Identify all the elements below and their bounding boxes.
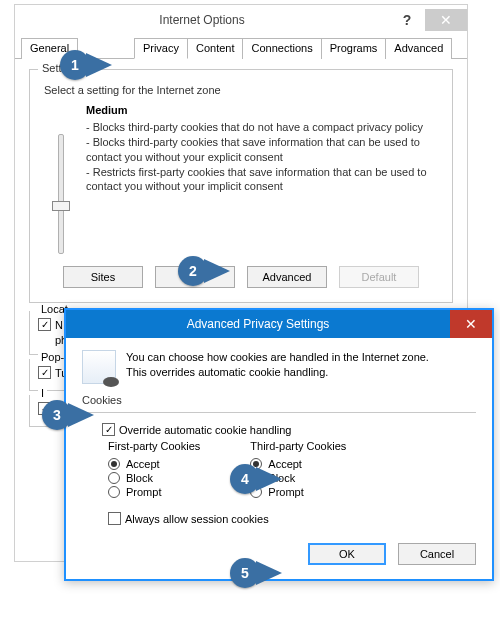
window-title: Internet Options	[15, 13, 389, 27]
callout-1: 1	[60, 50, 112, 80]
tab-privacy[interactable]: Privacy	[134, 38, 188, 59]
callout-5: 5	[230, 558, 282, 588]
slider-thumb[interactable]	[52, 201, 70, 211]
tab-programs[interactable]: Programs	[321, 38, 387, 59]
tab-connections[interactable]: Connections	[242, 38, 321, 59]
cancel-button[interactable]: Cancel	[398, 543, 476, 565]
inprivate-legend: I	[38, 387, 47, 399]
first-block-radio[interactable]: Block	[108, 472, 200, 484]
override-label: Override automatic cookie handling	[119, 424, 291, 436]
privacy-level: Medium	[86, 104, 442, 116]
first-party-heading: First-party Cookies	[108, 440, 200, 452]
first-prompt-radio[interactable]: Prompt	[108, 486, 200, 498]
tab-advanced[interactable]: Advanced	[385, 38, 452, 59]
privacy-slider[interactable]	[58, 134, 64, 254]
session-cookies-checkbox[interactable]	[108, 512, 121, 525]
advanced-privacy-modal: Advanced Privacy Settings ✕ You can choo…	[64, 308, 494, 581]
settings-group: Settings Select a setting for the Intern…	[29, 69, 453, 303]
privacy-bullet-2: - Blocks third-party cookies that save i…	[86, 135, 442, 165]
settings-subtitle: Select a setting for the Internet zone	[44, 84, 442, 96]
sites-button[interactable]: Sites	[63, 266, 143, 288]
location-checkbox[interactable]: ✓	[38, 318, 51, 331]
tab-content[interactable]: Content	[187, 38, 244, 59]
privacy-bullet-3: - Restricts first-party cookies that sav…	[86, 165, 442, 195]
advanced-button[interactable]: Advanced	[247, 266, 327, 288]
popup-checkbox[interactable]: ✓	[38, 366, 51, 379]
ok-button[interactable]: OK	[308, 543, 386, 565]
location-check-label: N	[55, 319, 63, 331]
cookies-legend: Cookies	[82, 394, 476, 406]
session-cookies-label: Always allow session cookies	[125, 513, 269, 525]
help-button[interactable]: ?	[389, 12, 425, 28]
callout-4: 4	[230, 464, 282, 494]
first-party-column: First-party Cookies Accept Block Prompt	[108, 440, 200, 500]
modal-close-button[interactable]: ✕	[450, 310, 492, 338]
titlebar: Internet Options ? ✕	[15, 5, 467, 35]
modal-title: Advanced Privacy Settings	[66, 317, 450, 331]
third-party-heading: Third-party Cookies	[250, 440, 346, 452]
privacy-bullet-1: - Blocks third-party cookies that do not…	[86, 120, 442, 135]
privacy-icon	[82, 350, 116, 384]
override-checkbox[interactable]: ✓	[102, 423, 115, 436]
first-accept-radio[interactable]: Accept	[108, 458, 200, 470]
modal-titlebar: Advanced Privacy Settings ✕	[66, 310, 492, 338]
default-button: Default	[339, 266, 419, 288]
callout-2: 2	[178, 256, 230, 286]
modal-intro: You can choose how cookies are handled i…	[126, 350, 429, 380]
close-button[interactable]: ✕	[425, 9, 467, 31]
callout-3: 3	[42, 400, 94, 430]
